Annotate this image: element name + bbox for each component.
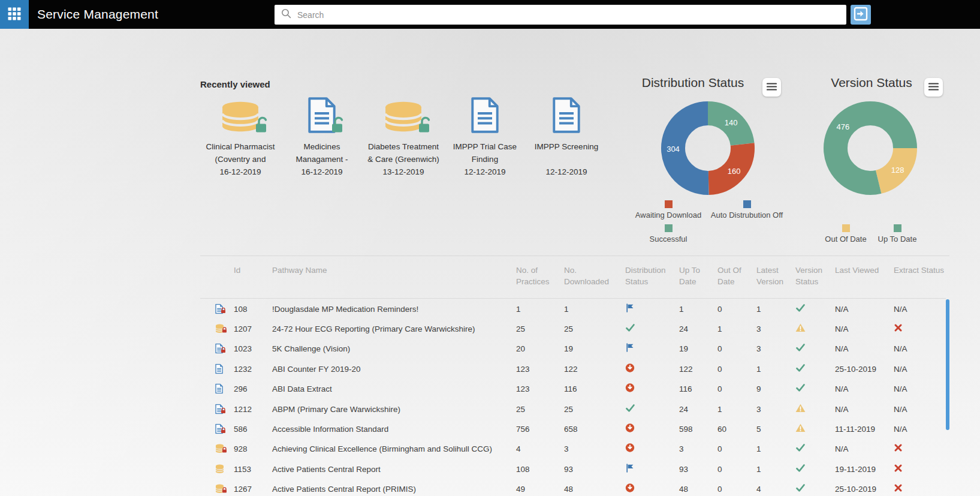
document-icon: [215, 363, 224, 374]
check-icon: [625, 326, 635, 335]
cell-extract-status: [894, 483, 903, 494]
cell-latest-version: 4: [756, 485, 761, 494]
cell-distribution-status: [625, 483, 635, 495]
recently-viewed-item-date: 16-12-2019: [301, 166, 342, 178]
recently-viewed-item[interactable]: IMPPP Screening 12-12-2019: [526, 96, 607, 178]
recently-viewed-item-icon: [307, 96, 336, 136]
recently-viewed-item-icon: [221, 96, 260, 136]
column-header-up-to-date[interactable]: Up To Date: [679, 264, 708, 287]
red-lock-icon: [221, 346, 226, 355]
column-header-no-of-practices[interactable]: No. of Practices: [516, 264, 553, 287]
flag-icon: [625, 345, 635, 354]
version-status-donut-chart[interactable]: 128476: [822, 100, 918, 196]
column-header-distribution-status[interactable]: Distribution Status: [625, 264, 676, 287]
red-lock-icon: [222, 486, 227, 495]
search-go-button[interactable]: [851, 5, 871, 25]
column-header-id[interactable]: Id: [234, 264, 240, 276]
table-row[interactable]: 1153Active Patients Central Report108939…: [200, 459, 949, 479]
check-icon: [795, 465, 806, 474]
column-header-pathway-name[interactable]: Pathway Name: [272, 264, 327, 276]
cell-up-to-date: 116: [679, 384, 692, 393]
cell-pathway-name: !Douglasdale MP Medication Reminders!: [272, 304, 418, 313]
cell-out-of-date: 0: [717, 485, 722, 494]
cell-no-downloaded: 658: [564, 425, 578, 434]
warning-icon: [795, 325, 806, 334]
cell-out-of-date: 0: [717, 444, 722, 453]
legend-label: Awaiting Download: [635, 211, 701, 220]
unlocked-padlock-icon: [417, 116, 433, 137]
cell-up-to-date: 19: [679, 344, 688, 353]
distribution-status-donut-chart[interactable]: 140160304: [660, 100, 756, 196]
cell-last-viewed: 25-10-2019: [835, 485, 876, 494]
legend-label: Successful: [650, 235, 687, 244]
row-type-icon: [215, 464, 225, 474]
cell-no-of-practices: 108: [516, 464, 530, 473]
cell-latest-version: 3: [756, 344, 761, 353]
cell-extract-status: N/A: [894, 404, 907, 413]
cell-distribution-status: [625, 323, 635, 335]
cross-icon: [894, 485, 903, 494]
cell-up-to-date: 24: [679, 404, 688, 413]
cell-out-of-date: 0: [717, 304, 722, 313]
cell-up-to-date: 1: [679, 304, 684, 313]
legend-swatch: [665, 200, 673, 208]
legend-swatch: [894, 224, 901, 232]
cell-latest-version: 5: [756, 425, 761, 434]
table-row[interactable]: 120724-72 Hour ECG Reporting (Primary Ca…: [200, 318, 949, 338]
recently-viewed-item[interactable]: Diabetes Treatment& Care (Greenwich) 13-…: [363, 96, 444, 178]
warning-icon: [795, 405, 806, 414]
cell-last-viewed: N/A: [835, 324, 849, 333]
column-header-extract-status[interactable]: Extract Status: [894, 264, 966, 276]
recently-viewed-item[interactable]: Clinical Pharmacist(Coventry and 16-12-2…: [200, 96, 281, 178]
table-row[interactable]: 1232ABI Counter FY 2019-201231221220125-…: [200, 359, 949, 378]
distribution-chart-menu-button[interactable]: [762, 78, 781, 97]
unlocked-padlock-icon: [330, 116, 346, 137]
legend-swatch: [842, 224, 850, 232]
table-row[interactable]: 586Accessible Information Standard756658…: [200, 419, 949, 438]
cell-no-of-practices: 123: [516, 364, 530, 373]
download-icon: [625, 426, 635, 435]
column-header-no-downloaded[interactable]: No. Downloaded: [564, 264, 616, 287]
table-row[interactable]: 1212ABPM (Primary Care Warwickshire)2525…: [200, 399, 949, 419]
table-row[interactable]: 928Achieving Clinical Excellence (Birmin…: [200, 439, 949, 459]
table-row[interactable]: 10235K Challenge (Vision)20191903N/AN/A: [200, 339, 949, 359]
cell-version-status: [795, 404, 806, 414]
recently-viewed-item[interactable]: IMPPP Trial CaseFinding 12-12-2019: [444, 96, 526, 178]
cell-id: 108: [234, 304, 248, 313]
app-launcher-button[interactable]: [0, 0, 29, 29]
red-lock-icon: [221, 426, 226, 435]
distribution-status-title: Distribution Status: [597, 76, 789, 90]
column-header-last-viewed[interactable]: Last Viewed: [835, 264, 901, 276]
column-header-version-status[interactable]: Version Status: [795, 264, 830, 287]
version-chart-menu-button[interactable]: [924, 78, 943, 97]
column-header-latest-version[interactable]: Latest Version: [756, 264, 791, 287]
cross-icon: [894, 465, 903, 474]
donut-value-label: 304: [667, 144, 680, 153]
row-type-icon: [215, 363, 224, 374]
row-type-icon: [215, 324, 225, 333]
cell-extract-status: [894, 323, 903, 334]
cell-no-downloaded: 25: [564, 324, 573, 333]
download-icon: [625, 446, 635, 455]
download-icon: [625, 386, 635, 395]
cell-latest-version: 1: [756, 444, 761, 453]
table-row[interactable]: 108!Douglasdale MP Medication Reminders!…: [200, 299, 949, 318]
search-input[interactable]: [296, 10, 846, 20]
column-header-out-of-date[interactable]: Out Of Date: [717, 264, 749, 287]
recently-viewed-item[interactable]: MedicinesManagament - 16-12-2019: [281, 96, 363, 178]
cell-pathway-name: Accessible Information Standard: [272, 425, 388, 434]
row-type-icon: [215, 444, 225, 453]
cell-out-of-date: 0: [717, 364, 722, 373]
cell-distribution-status: [625, 423, 635, 435]
recently-viewed-item-icon: [384, 96, 423, 136]
table-scrollbar-thumb[interactable]: [946, 299, 949, 430]
recently-viewed-item-name: Diabetes Treatment& Care (Greenwich): [363, 140, 444, 166]
table-row[interactable]: 296ABI Data Extract12311611609N/AN/A: [200, 379, 949, 399]
cross-icon: [894, 325, 903, 334]
cell-latest-version: 1: [756, 304, 761, 313]
table-row[interactable]: 1267Active Patients Central Report (PRIM…: [200, 479, 949, 496]
recently-viewed-item-icon: [552, 96, 581, 136]
cell-no-downloaded: 3: [564, 444, 569, 453]
cell-extract-status: N/A: [894, 304, 907, 313]
cell-pathway-name: Active Patients Central Report: [272, 464, 381, 473]
